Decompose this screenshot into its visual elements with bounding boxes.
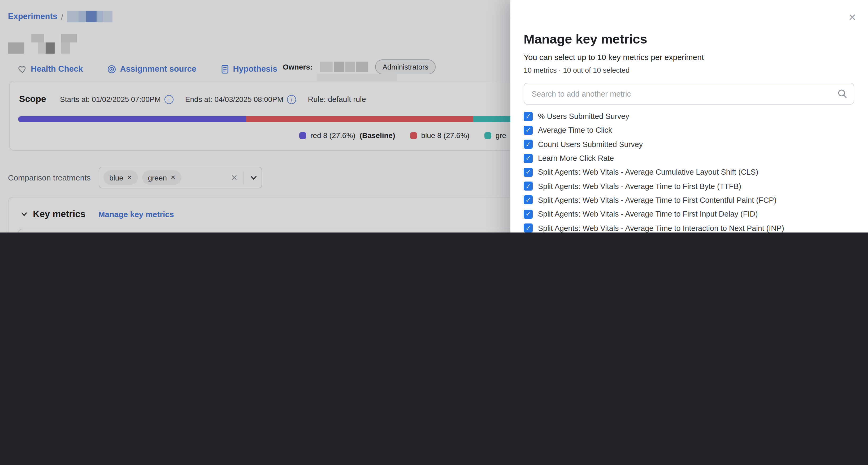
metric-list-item: ✓Split Agents: Web Vitals - Average Time… [524, 221, 859, 233]
metric-checkbox-list: ✓% Users Submitted Survey✓Average Time t… [524, 109, 859, 233]
metric-checkbox-label: Split Agents: Web Vitals - Average Time … [538, 182, 741, 190]
metric-checkbox-label: Split Agents: Web Vitals - Average Time … [538, 210, 758, 218]
metric-search-input[interactable] [524, 83, 854, 104]
metric-checkbox-label: % Users Submitted Survey [538, 112, 629, 120]
metric-list-item: ✓Learn More Click Rate [524, 151, 859, 165]
metric-list-item: ✓Average Time to Click [524, 123, 859, 138]
metric-checkbox[interactable]: ✓ [524, 181, 533, 191]
metric-checkbox-label: Average Time to Click [538, 126, 612, 135]
metric-list-item: ✓% Users Submitted Survey [524, 109, 859, 123]
metric-checkbox[interactable]: ✓ [524, 126, 533, 135]
panel-subtitle: You can select up to 10 key metrics per … [524, 53, 704, 62]
manage-key-metrics-panel: ✕ Manage key metrics You can select up t… [510, 0, 868, 233]
metric-checkbox[interactable]: ✓ [524, 209, 533, 219]
metrics-count: 10 metrics · 10 out of 10 selected [524, 66, 629, 74]
panel-title: Manage key metrics [524, 32, 647, 47]
close-icon[interactable]: ✕ [848, 12, 856, 23]
metric-checkbox[interactable]: ✓ [524, 168, 533, 177]
metric-checkbox[interactable]: ✓ [524, 224, 533, 233]
metric-checkbox-label: Learn More Click Rate [538, 154, 614, 163]
metric-checkbox-label: Count Users Submitted Survey [538, 140, 643, 148]
metric-checkbox-label: Split Agents: Web Vitals - Average Cumul… [538, 168, 758, 176]
metric-checkbox[interactable]: ✓ [524, 196, 533, 205]
search-icon [837, 89, 847, 99]
metric-list-item: ✓Split Agents: Web Vitals - Average Time… [524, 207, 859, 221]
metric-list-item: ✓Split Agents: Web Vitals - Average Cumu… [524, 165, 859, 179]
metric-list-item: ✓Count Users Submitted Survey [524, 137, 859, 151]
metric-checkbox-label: Split Agents: Web Vitals - Average Time … [538, 196, 776, 204]
metric-search-box [524, 83, 854, 105]
app-root: Experiments / Health Check Assignment so… [0, 0, 868, 233]
metric-checkbox-label: Split Agents: Web Vitals - Average Time … [538, 224, 784, 232]
metric-checkbox[interactable]: ✓ [524, 140, 533, 149]
metric-checkbox[interactable]: ✓ [524, 154, 533, 163]
metric-list-item: ✓Split Agents: Web Vitals - Average Time… [524, 179, 859, 193]
metric-checkbox[interactable]: ✓ [524, 112, 533, 121]
metric-list-item: ✓Split Agents: Web Vitals - Average Time… [524, 193, 859, 207]
